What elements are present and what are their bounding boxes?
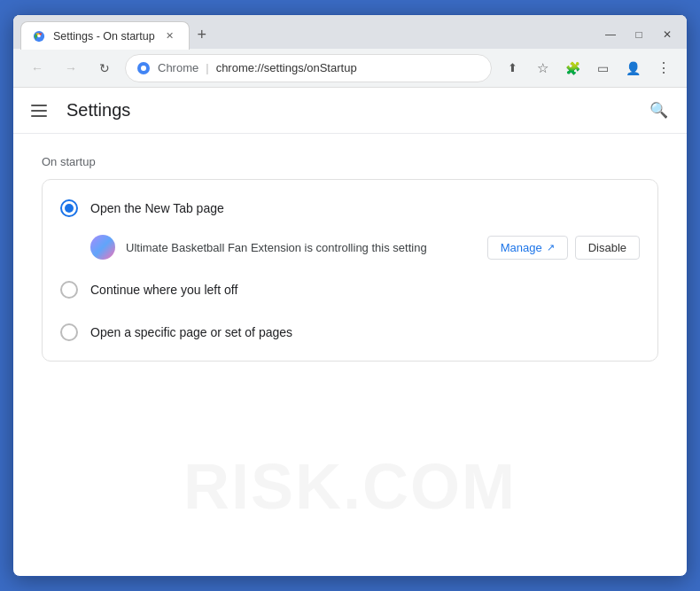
nav-actions: ⬆ ☆ 🧩 ▭ 👤 ⋮ <box>499 55 676 82</box>
close-window-button[interactable]: ✕ <box>655 26 680 43</box>
navigation-bar: ← → ↻ Chrome | chrome://settings/onStart… <box>13 49 687 88</box>
minimize-button[interactable]: — <box>598 26 623 43</box>
settings-title: Settings <box>66 100 630 121</box>
option-new-tab[interactable]: Open the New Tab page <box>43 187 657 229</box>
extensions-button[interactable]: 🧩 <box>559 55 586 82</box>
option-specific[interactable]: Open a specific page or set of pages <box>43 311 657 354</box>
option-new-tab-label: Open the New Tab page <box>90 201 224 215</box>
settings-body: On startup Open the New Tab page Ultimat… <box>13 134 687 576</box>
radio-new-tab-fill <box>65 204 74 213</box>
maximize-button[interactable]: □ <box>626 26 651 43</box>
manage-button[interactable]: Manage ↗ <box>487 236 568 260</box>
forward-button[interactable]: → <box>58 55 84 82</box>
radio-new-tab[interactable] <box>60 199 78 217</box>
svg-point-3 <box>141 66 146 71</box>
reload-icon: ↻ <box>99 61 110 75</box>
reload-button[interactable]: ↻ <box>91 55 118 82</box>
bookmark-button[interactable]: ☆ <box>529 55 556 82</box>
content-wrapper: Settings 🔍 On startup Open the New Tab p… <box>13 88 687 576</box>
sidebar-button[interactable]: ▭ <box>589 55 616 82</box>
option-specific-label: Open a specific page or set of pages <box>90 325 292 339</box>
option-continue[interactable]: Continue where you left off <box>43 268 657 311</box>
extension-text: Ultimate Basketball Fan Extension is con… <box>126 241 477 254</box>
profile-button[interactable]: 👤 <box>619 55 646 82</box>
external-link-icon: ↗ <box>547 242 555 253</box>
active-tab[interactable]: Settings - On startup ✕ <box>20 21 190 50</box>
search-settings-button[interactable]: 🔍 <box>644 97 673 125</box>
extension-icon <box>90 235 115 260</box>
disable-button[interactable]: Disable <box>575 236 640 260</box>
forward-icon: → <box>65 61 77 75</box>
extension-row: Ultimate Basketball Fan Extension is con… <box>43 229 657 268</box>
extension-actions: Manage ↗ Disable <box>487 236 640 260</box>
tab-label: Settings - On startup <box>53 30 155 43</box>
url-text: chrome://settings/onStartup <box>216 61 357 74</box>
back-icon: ← <box>31 61 43 75</box>
back-button[interactable]: ← <box>24 55 51 82</box>
title-bar: Settings - On startup ✕ + — □ ✕ <box>13 15 687 49</box>
address-bar[interactable]: Chrome | chrome://settings/onStartup <box>125 54 492 82</box>
radio-continue[interactable] <box>60 281 78 299</box>
menu-button[interactable]: ⋮ <box>649 55 676 82</box>
chrome-logo-icon <box>136 61 151 75</box>
settings-header: Settings 🔍 <box>13 88 687 134</box>
radio-specific[interactable] <box>60 323 78 341</box>
svg-point-1 <box>37 34 41 37</box>
startup-options-card: Open the New Tab page Ultimate Basketbal… <box>42 179 658 362</box>
section-label: On startup <box>42 155 658 168</box>
tab-close-button[interactable]: ✕ <box>162 28 178 44</box>
search-icon: 🔍 <box>649 101 668 120</box>
window-controls: — □ ✕ <box>598 26 680 43</box>
tab-favicon <box>32 29 46 43</box>
share-button[interactable]: ⬆ <box>499 55 525 82</box>
new-tab-button[interactable]: + <box>190 22 214 47</box>
settings-menu-button[interactable] <box>27 98 52 123</box>
browser-name: Chrome <box>158 61 198 74</box>
option-continue-label: Continue where you left off <box>90 283 237 297</box>
